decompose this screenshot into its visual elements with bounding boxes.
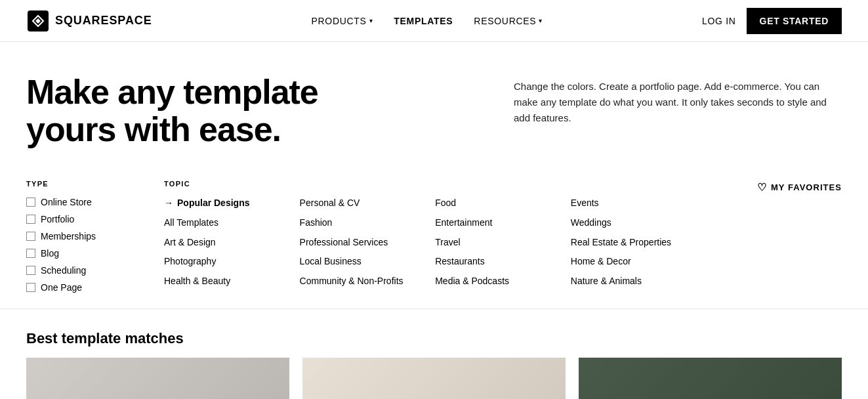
topic-professional-services[interactable]: Professional Services — [300, 236, 436, 249]
nav-right: LOG IN GET STARTED — [702, 8, 842, 34]
topic-food[interactable]: Food — [435, 197, 571, 210]
hero-description: Change the colors. Create a portfolio pa… — [514, 79, 842, 126]
filter-row: TYPE Online Store Portfolio Memberships … — [26, 180, 842, 293]
squarespace-logo-icon — [26, 9, 50, 33]
template-preview-3 — [579, 358, 842, 399]
arrow-icon: → — [164, 197, 173, 210]
heart-icon: ♡ — [757, 181, 767, 194]
topic-all-templates[interactable]: All Templates — [164, 217, 300, 230]
checkbox-blog[interactable] — [26, 249, 35, 258]
topic-grid: → Popular Designs All Templates Art & De… — [164, 197, 842, 287]
topic-art-design[interactable]: Art & Design — [164, 236, 300, 249]
template-preview-1 — [26, 358, 289, 399]
best-matches-section: Best template matches — [0, 309, 868, 399]
nav-center: PRODUCTS ▾ TEMPLATES RESOURCES ▾ — [311, 16, 543, 26]
template-card-3[interactable] — [579, 358, 842, 399]
template-cards-row — [0, 358, 868, 399]
type-filter-col: TYPE Online Store Portfolio Memberships … — [26, 180, 164, 293]
navbar: SQUARESPACE PRODUCTS ▾ TEMPLATES RESOURC… — [0, 0, 868, 42]
topic-photography[interactable]: Photography — [164, 255, 300, 268]
filter-section: TYPE Online Store Portfolio Memberships … — [0, 169, 868, 309]
checkbox-portfolio[interactable] — [26, 215, 35, 224]
topic-weddings[interactable]: Weddings — [571, 217, 707, 230]
type-item-one-page[interactable]: One Page — [26, 282, 164, 293]
topic-personal-cv[interactable]: Personal & CV — [300, 197, 436, 210]
chevron-down-icon: ▾ — [369, 17, 373, 24]
favorites-button[interactable]: ♡ MY FAVORITES — [757, 181, 842, 194]
logo[interactable]: SQUARESPACE — [26, 9, 152, 33]
topic-events[interactable]: Events — [571, 197, 707, 210]
nav-products[interactable]: PRODUCTS ▾ — [311, 16, 373, 26]
topic-home-decor[interactable]: Home & Decor — [571, 255, 707, 268]
topic-travel[interactable]: Travel — [435, 236, 571, 249]
chevron-down-icon: ▾ — [539, 17, 543, 24]
topic-fashion[interactable]: Fashion — [300, 217, 436, 230]
topic-nature-animals[interactable]: Nature & Animals — [571, 275, 707, 288]
topic-col-4: Events Weddings Real Estate & Properties… — [571, 197, 707, 287]
topic-col-2: Personal & CV Fashion Professional Servi… — [300, 197, 436, 287]
checkbox-scheduling[interactable] — [26, 266, 35, 275]
get-started-button[interactable]: GET STARTED — [747, 8, 842, 34]
topic-popular-designs[interactable]: → Popular Designs — [164, 197, 300, 210]
hero-section: Make any template yours with ease. Chang… — [0, 42, 868, 169]
nav-resources[interactable]: RESOURCES ▾ — [474, 16, 543, 26]
section-title: Best template matches — [0, 309, 868, 358]
topic-col-3: Food Entertainment Travel Restaurants Me… — [435, 197, 571, 287]
checkbox-one-page[interactable] — [26, 283, 35, 292]
logo-text: SQUARESPACE — [55, 14, 152, 28]
topic-real-estate[interactable]: Real Estate & Properties — [571, 236, 707, 249]
type-list: Online Store Portfolio Memberships Blog … — [26, 197, 164, 293]
type-item-memberships[interactable]: Memberships — [26, 231, 164, 242]
type-item-portfolio[interactable]: Portfolio — [26, 214, 164, 224]
topic-restaurants[interactable]: Restaurants — [435, 255, 571, 268]
topic-col-1: → Popular Designs All Templates Art & De… — [164, 197, 300, 287]
type-item-scheduling[interactable]: Scheduling — [26, 265, 164, 276]
nav-templates[interactable]: TEMPLATES — [394, 16, 453, 26]
type-label: TYPE — [26, 180, 164, 188]
type-item-blog[interactable]: Blog — [26, 248, 164, 259]
template-preview-2 — [302, 358, 566, 399]
checkbox-memberships[interactable] — [26, 232, 35, 241]
hero-title: Make any template yours with ease. — [26, 74, 354, 148]
type-item-online-store[interactable]: Online Store — [26, 197, 164, 207]
hero-right: Change the colors. Create a portfolio pa… — [514, 74, 842, 126]
topic-entertainment[interactable]: Entertainment — [435, 217, 571, 230]
topic-media-podcasts[interactable]: Media & Podcasts — [435, 275, 571, 288]
template-card-1[interactable] — [26, 358, 289, 399]
login-button[interactable]: LOG IN — [702, 16, 736, 26]
topic-health-beauty[interactable]: Health & Beauty — [164, 275, 300, 288]
topic-filter-col: TOPIC ♡ MY FAVORITES → Popular Designs A… — [164, 180, 842, 293]
hero-left: Make any template yours with ease. — [26, 74, 354, 148]
topic-community-nonprofits[interactable]: Community & Non-Profits — [300, 275, 436, 288]
template-card-2[interactable] — [302, 358, 566, 399]
topic-local-business[interactable]: Local Business — [300, 255, 436, 268]
topic-label: TOPIC — [164, 180, 190, 188]
checkbox-online-store[interactable] — [26, 198, 35, 207]
